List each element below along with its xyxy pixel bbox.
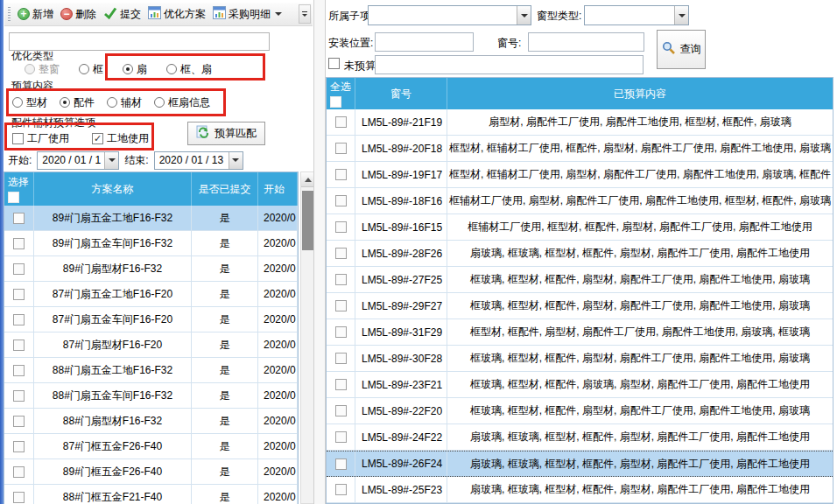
window-row[interactable]: LM5L-89#-19F17 框型材, 框辅材工厂使用, 扇型材, 扇配件工厂使… [327, 162, 833, 188]
add-button[interactable]: + 新增 [14, 5, 57, 24]
row-checkbox[interactable] [335, 143, 347, 154]
window-row[interactable]: LM5L-89#-18F16 框辅材工厂使用, 扇型材, 扇配件工厂使用, 扇配… [327, 188, 833, 214]
chevron-down-icon[interactable] [674, 6, 688, 24]
row-checkbox[interactable] [335, 169, 347, 180]
scrollbar-thumb[interactable] [302, 191, 314, 250]
radio-option[interactable]: 整窗 [25, 62, 60, 77]
row-checkbox[interactable] [13, 365, 25, 376]
budgeted-content-header[interactable]: 已预算内容 [447, 78, 833, 109]
plan-row[interactable]: 89#门框五金F26-F40 是 2020/0 [4, 459, 298, 485]
radio-option-label: 配件 [74, 95, 95, 110]
window-no-input[interactable] [528, 32, 644, 52]
sub-item-select[interactable] [368, 5, 531, 25]
plan-row[interactable]: 88#门扇五金工地F16-F32 是 2020/0 [4, 358, 298, 383]
window-row[interactable]: LM5L-89#-31F29 框型材, 框配件, 扇型材, 扇配件工厂使用, 扇… [327, 319, 833, 346]
purchase-detail-button[interactable]: 采购明细 [209, 4, 285, 24]
row-checkbox[interactable] [13, 416, 25, 427]
window-row[interactable]: LM5L-89#-22F20 框玻璃, 框型材, 框配件, 扇型材, 扇配件工厂… [327, 398, 833, 424]
window-row[interactable]: LM5L-89#-24F22 扇玻璃, 框玻璃, 框型材, 框配件, 扇型材, … [327, 424, 833, 451]
plan-row[interactable]: 89#门扇型材F16-F32 是 2020/0 [4, 256, 298, 282]
row-checkbox[interactable] [13, 314, 25, 326]
window-row[interactable]: LM5L-89#-20F18 框型材, 框辅材工厂使用, 框配件, 扇型材, 扇… [327, 136, 833, 162]
window-row[interactable]: LM5L-89#-29F27 框玻璃, 框型材, 框配件, 扇型材, 扇配件工厂… [327, 293, 833, 319]
plan-row[interactable]: 87#门框五金F26-F40 是 2020/0 [4, 434, 298, 459]
chevron-down-icon[interactable] [229, 152, 243, 169]
plan-row[interactable]: 88#门扇五金车间F16-F32 是 2020/0 [4, 383, 298, 409]
row-checkbox[interactable] [335, 405, 347, 416]
row-checkbox[interactable] [13, 340, 25, 351]
row-checkbox[interactable] [335, 274, 347, 285]
plan-row[interactable]: 89#门扇五金车间F16-F32 是 2020/0 [4, 231, 298, 256]
row-checkbox[interactable] [335, 379, 347, 390]
window-no-cell: LM5L-89#-20F18 [355, 136, 447, 161]
toolbar-grip[interactable] [8, 7, 11, 22]
row-checkbox[interactable] [335, 326, 347, 338]
toolbar-overflow-button[interactable] [299, 4, 311, 24]
start-date-header[interactable]: 开始 [258, 172, 298, 206]
row-checkbox[interactable] [335, 248, 347, 259]
row-checkbox[interactable] [13, 466, 25, 478]
date-end-picker[interactable]: 2020 / 01 / 13 [154, 151, 243, 170]
window-row[interactable]: LM5L-89#-26F24 扇玻璃, 框玻璃, 框型材, 框配件, 扇型材, … [327, 451, 833, 477]
plan-name-header[interactable]: 方案名称 [34, 172, 192, 206]
plan-search-input[interactable] [9, 32, 270, 51]
date-start-picker[interactable]: 2020 / 01 / 1 [37, 151, 119, 170]
plans-select-header: 选择 [4, 172, 34, 206]
plan-row[interactable]: 88#门框五金F21-F40 是 2020/0 [4, 485, 298, 504]
plan-row[interactable]: 87#门扇五金工地F16-F20 是 2020/0 [4, 282, 298, 307]
submit-button-label: 提交 [120, 7, 141, 22]
plan-row[interactable]: 87#门扇型材F16-F20 是 2020/0 [4, 332, 298, 358]
row-checkbox[interactable] [13, 441, 25, 452]
plan-row[interactable]: 88#门扇型材F16-F32 是 2020/0 [4, 409, 298, 434]
window-type-select[interactable] [584, 5, 689, 25]
row-checkbox[interactable] [335, 484, 347, 495]
radio-option[interactable]: 框、扇 [166, 62, 212, 77]
submit-button[interactable]: 提交 [100, 5, 144, 24]
row-checkbox[interactable] [13, 492, 25, 503]
optimize-plan-button[interactable]: 优化方案 [144, 4, 209, 24]
chevron-down-icon[interactable] [104, 152, 118, 169]
panel-splitter[interactable] [313, 0, 326, 504]
radio-option[interactable]: 框 [79, 62, 103, 77]
checkbox-option[interactable]: 工地使用 [92, 131, 149, 146]
row-checkbox[interactable] [335, 116, 347, 128]
row-checkbox[interactable] [335, 221, 347, 233]
plan-row[interactable]: 89#门扇五金工地F16-F32 是 2020/0 [4, 206, 298, 231]
radio-option[interactable]: 辅材 [107, 95, 142, 110]
window-row[interactable]: LM5L-89#-28F26 扇玻璃, 框玻璃, 框型材, 框配件, 扇型材, … [327, 241, 833, 267]
window-row[interactable]: LM5L-89#-27F25 框玻璃, 框型材, 框配件, 扇型材, 扇配件工厂… [327, 267, 833, 293]
radio-option[interactable]: 型材 [12, 95, 47, 110]
checkbox-option[interactable]: 工厂使用 [12, 131, 69, 146]
delete-button[interactable]: − 删除 [57, 5, 100, 24]
window-row[interactable]: LM5L-89#-30F28 框玻璃, 框型材, 框配件, 扇型材, 扇配件工厂… [327, 346, 833, 372]
row-checkbox[interactable] [335, 195, 347, 206]
row-checkbox[interactable] [13, 263, 25, 275]
query-button[interactable]: 查询 [657, 30, 706, 69]
submitted-header[interactable]: 是否已提交 [192, 172, 258, 206]
install-position-input[interactable] [375, 32, 474, 52]
window-row[interactable]: LM5L-89#-23F21 框玻璃, 框型材, 框配件, 扇玻璃, 扇型材, … [327, 372, 833, 398]
row-checkbox[interactable] [13, 213, 25, 224]
row-checkbox[interactable] [335, 353, 347, 364]
row-checkbox[interactable] [13, 390, 25, 402]
window-row[interactable]: LM5L-89#-16F15 框辅材工厂使用, 框型材, 框配件, 扇型材, 扇… [327, 214, 833, 241]
select-all-plans-checkbox[interactable] [8, 192, 19, 203]
row-checkbox[interactable] [335, 458, 347, 470]
window-row[interactable]: LM5L-89#-25F23 扇玻璃, 框玻璃, 框型材, 框配件, 扇型材, … [327, 477, 833, 503]
chevron-down-icon[interactable] [517, 6, 531, 24]
no-budget-input[interactable] [375, 55, 644, 74]
plan-row[interactable]: 87#门扇五金车间F16-F20 是 2020/0 [4, 307, 298, 332]
radio-option[interactable]: 配件 [60, 95, 95, 110]
radio-option[interactable]: 框扇信息 [154, 95, 210, 110]
row-checkbox[interactable] [335, 431, 347, 443]
radio-option[interactable]: 扇 [123, 62, 147, 77]
submitted-cell: 是 [192, 256, 258, 281]
window-no-header[interactable]: 窗号 [355, 78, 447, 109]
window-row[interactable]: LM5L-89#-21F19 扇型材, 扇配件工厂使用, 扇配件工地使用, 框型… [327, 109, 833, 136]
budget-match-button[interactable]: 预算匹配 [187, 122, 265, 145]
no-budget-checkbox[interactable] [328, 58, 340, 69]
row-checkbox[interactable] [13, 289, 25, 300]
row-checkbox[interactable] [335, 300, 347, 312]
row-checkbox[interactable] [13, 238, 25, 249]
select-all-windows-checkbox[interactable] [330, 96, 341, 108]
